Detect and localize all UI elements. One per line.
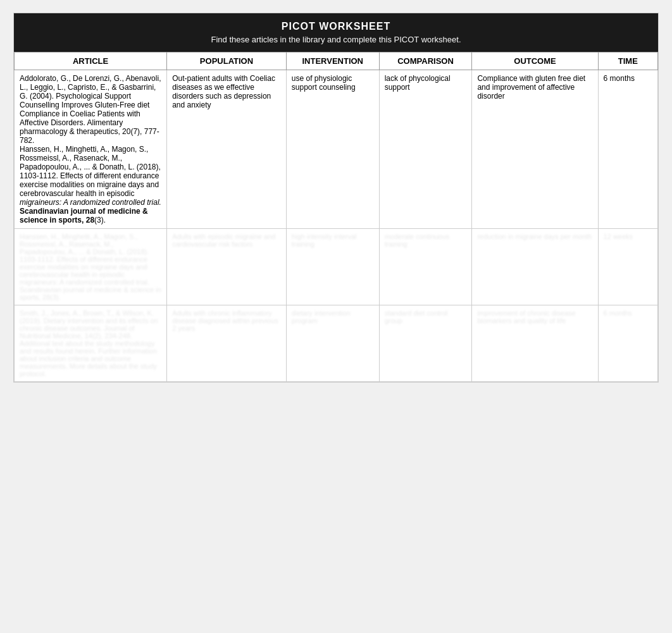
col-header-article: ARTICLE: [15, 52, 167, 70]
intervention-cell-1: use of physiologic support counseling: [286, 70, 379, 229]
population-cell-3: Adults with chronic inflammatory disease…: [167, 305, 287, 382]
col-header-intervention: INTERVENTION: [286, 52, 379, 70]
col-header-time: TIME: [598, 52, 657, 70]
col-header-comparison: COMPARISON: [379, 52, 472, 70]
table-row: Addolorato, G., De Lorenzi, G., Abenavol…: [15, 70, 658, 229]
col-header-population: POPULATION: [167, 52, 287, 70]
comparison-cell-2: moderate continuous training: [379, 229, 472, 305]
comparison-cell-1: lack of phycological support: [379, 70, 472, 229]
article-text-normal-1: Addolorato, G., De Lorenzi, G., Abenavol…: [20, 74, 161, 145]
outcome-cell-3: improvement of chronic disease biomarker…: [472, 305, 598, 382]
article-ending: (3).: [94, 216, 106, 224]
outcome-cell-1: Compliance with gluten free diet and imp…: [472, 70, 598, 229]
time-cell-1: 6 months: [598, 70, 657, 229]
article-cell-2: Hanssen, H., Minghetti, A., Magon, S., R…: [15, 229, 167, 305]
intervention-cell-3: dietary intervention program: [286, 305, 379, 382]
article-bold: Scandinavian journal of medicine & scien…: [20, 207, 148, 224]
article-cell-1: Addolorato, G., De Lorenzi, G., Abenavol…: [15, 70, 167, 229]
worksheet-container: PICOT WORKSHEET Find these articles in t…: [13, 13, 659, 383]
intervention-cell-2: high intensity interval training: [286, 229, 379, 305]
picot-table: ARTICLE POPULATION INTERVENTION COMPARIS…: [14, 52, 658, 382]
col-header-outcome: OUTCOME: [472, 52, 598, 70]
article-blurred-2: Hanssen, H., Minghetti, A., Magon, S., R…: [20, 233, 161, 301]
article-cell-3: Smith, J., Jones, A., Brown, T., & Wilso…: [15, 305, 167, 382]
table-row: Smith, J., Jones, A., Brown, T., & Wilso…: [15, 305, 658, 382]
population-cell-1: Out-patient adults with Coeliac diseases…: [167, 70, 287, 229]
worksheet-header: PICOT WORKSHEET Find these articles in t…: [14, 13, 658, 52]
table-header-row: ARTICLE POPULATION INTERVENTION COMPARIS…: [15, 52, 658, 70]
article-blurred-3: Smith, J., Jones, A., Brown, T., & Wilso…: [20, 309, 158, 378]
comparison-cell-3: standard diet control group: [379, 305, 472, 382]
time-cell-2: 12 weeks: [598, 229, 657, 305]
worksheet-subtitle: Find these articles in the library and c…: [19, 35, 653, 44]
outcome-cell-2: reduction in migraine days per month: [472, 229, 598, 305]
article-text-normal-2: Hanssen, H., Minghetti, A., Magon, S., R…: [20, 145, 161, 198]
worksheet-title: PICOT WORKSHEET: [19, 21, 653, 32]
article-italic: migraineurs: A randomized controlled tri…: [20, 198, 161, 207]
time-cell-3: 6 months: [598, 305, 657, 382]
population-cell-2: Adults with episodic migraine and cardio…: [167, 229, 287, 305]
table-row: Hanssen, H., Minghetti, A., Magon, S., R…: [15, 229, 658, 305]
